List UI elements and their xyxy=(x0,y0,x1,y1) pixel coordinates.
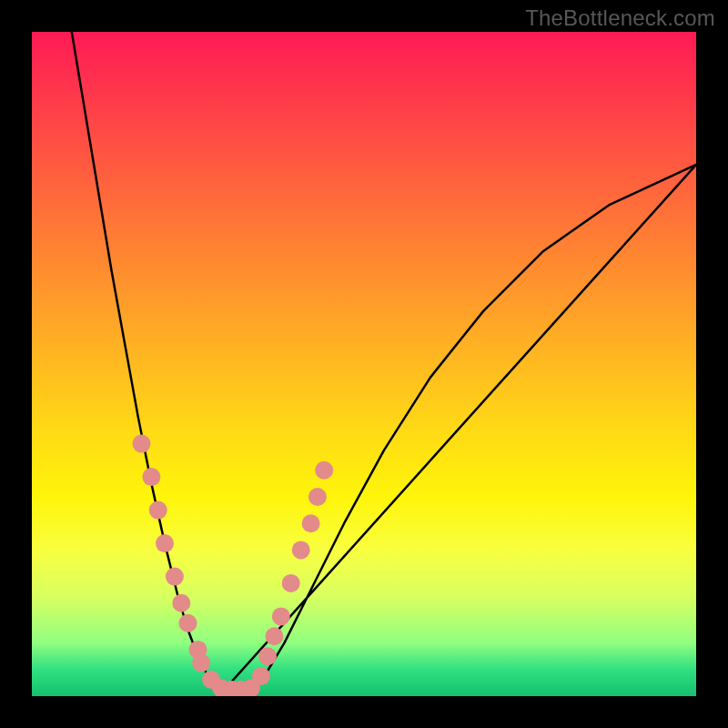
chart-plot-area xyxy=(32,32,696,696)
watermark-text: TheBottleneck.com xyxy=(525,5,715,31)
